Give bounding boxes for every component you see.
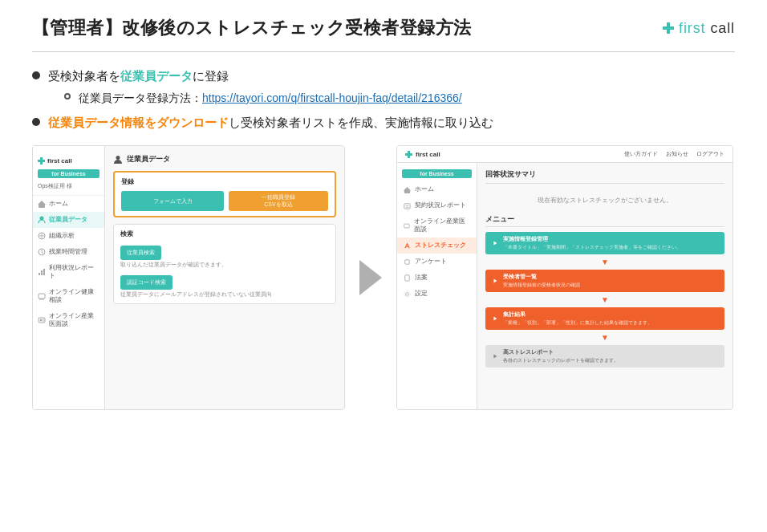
sidebar-nav-employees[interactable]: 従業員データ	[33, 212, 104, 228]
sidebar-nav-doctor[interactable]: オンライン産業医面談	[33, 308, 104, 332]
menu-item-high-stress[interactable]: 高ストレスレポート 各自のストレスチェックのレポートを確認できます。	[485, 345, 724, 368]
csv-import-btn[interactable]: 一括職員登録CSVを取込	[229, 191, 328, 211]
svg-marker-35	[493, 355, 497, 359]
sidebar-nav-online[interactable]: オンライン健康相談	[33, 284, 104, 308]
svg-marker-22	[404, 187, 411, 191]
svg-marker-1	[38, 201, 46, 205]
menu-item-results[interactable]: 集計結果 「業種」「役割」「部署」「性別」に集計した結果を確認できます。	[485, 307, 724, 330]
svg-marker-32	[493, 242, 497, 246]
svg-rect-26	[404, 224, 409, 228]
right-sidebar: for Business ホーム 契約状況レポート オンライン産業医面談	[397, 163, 477, 409]
right-nav-settings[interactable]: 設定	[397, 286, 477, 302]
topbar-guide[interactable]: 使い方ガイド	[624, 150, 658, 158]
right-logo-plus	[405, 151, 412, 158]
right-arrow	[359, 260, 382, 295]
sidebar-nav-usage-label: 利用状況レポート	[49, 264, 99, 280]
right-nav-law[interactable]: 法案	[397, 270, 477, 286]
sidebar-nav-employees-label: 従業員データ	[49, 216, 87, 224]
screenshots-row: first call for Business Ops検証用 様 ホーム 従業員…	[32, 145, 735, 410]
menu-item-2-content: 受検者管一覧 実施情報登録前の受検者状況の確認	[503, 273, 718, 289]
left-section-title: 従業員データ	[113, 154, 336, 164]
sidebar-nav-org-label: 組織示析	[49, 232, 75, 240]
svg-marker-33	[493, 279, 497, 283]
left-screen: first call for Business Ops検証用 様 ホーム 従業員…	[32, 145, 345, 410]
menu-item-2-desc: 実施情報登録前の受検者状況の確認	[503, 282, 718, 289]
svg-rect-12	[39, 294, 45, 298]
bullet-text-1: 受検対象者を従業員データに登録 従業員データ登録方法：https://tayor…	[48, 67, 462, 107]
bullet-dot-1	[32, 71, 40, 79]
right-logo-text: first call	[416, 151, 440, 158]
sidebar-nav-overtime-label: 残業時間管理	[49, 248, 87, 256]
left-screen-inner: first call for Business Ops検証用 様 ホーム 従業員…	[33, 146, 344, 409]
down-arrow-1: ▼	[485, 258, 724, 266]
left-main: 従業員データ 登録 フォームで入力 一括職員登録CSVを取込	[105, 146, 344, 409]
sidebar-nav-online-label: オンライン健康相談	[49, 288, 99, 304]
sidebar-nav-overtime[interactable]: 残業時間管理	[33, 244, 104, 260]
summary-title: 回答状況サマリ	[485, 169, 724, 184]
menu-item-1-label: 実施情報登録管理	[503, 235, 718, 243]
right-topbar-nav: 使い方ガイド お知らせ ログアウト	[624, 150, 724, 158]
menu-item-3-label: 集計結果	[503, 311, 718, 319]
svg-rect-10	[41, 270, 43, 275]
bullet-item-1: 受検対象者を従業員データに登録 従業員データ登録方法：https://tayor…	[32, 67, 735, 107]
auth-code-search-desc: 従業員データにメールアドレスが登録されていない従業員向	[120, 291, 329, 298]
left-sidebar: first call for Business Ops検証用 様 ホーム 従業員…	[33, 146, 105, 409]
header: 【管理者】改修後のストレスチェック受検者登録方法 first call	[32, 16, 735, 40]
svg-line-8	[42, 252, 43, 254]
sidebar-plus-icon	[38, 157, 45, 164]
logo-text: first call	[679, 20, 735, 37]
menu-item-3-content: 集計結果 「業種」「役割」「部署」「性別」に集計した結果を確認できます。	[503, 311, 718, 327]
right-screen: first call 使い方ガイド お知らせ ログアウト for Busines…	[396, 145, 733, 410]
auth-code-search-row: 認証コード検索 従業員データにメールアドレスが登録されていない従業員向	[120, 273, 329, 298]
right-main: 回答状況サマリ 現在有効なストレスチェックがございません。 メニュー 実施情報登…	[477, 163, 733, 409]
svg-rect-23	[404, 204, 410, 209]
employee-search-desc: 取り込んだ従業員データが確認できます。	[120, 262, 329, 269]
menu-item-implementation[interactable]: 実施情報登録管理 「本番タイトル」「実施期間」「ストレスチェック実施者」等をご確…	[485, 232, 724, 254]
right-screen-inner: first call 使い方ガイド お知らせ ログアウト for Busines…	[397, 146, 733, 409]
sidebar-nav-usage[interactable]: 利用状況レポート	[33, 260, 104, 284]
menu-item-4-content: 高ストレスレポート 各自のストレスチェックのレポートを確認できます。	[503, 348, 718, 364]
menu-item-examinees[interactable]: 受検者管一覧 実施情報登録前の受検者状況の確認	[485, 270, 724, 292]
right-nav-stress[interactable]: ストレスチェック	[397, 238, 477, 254]
logo-area: first call	[663, 20, 735, 37]
menu-items-col: 実施情報登録管理 「本番タイトル」「実施期間」「ストレスチェック実施者」等をご確…	[485, 232, 724, 368]
right-for-business-badge: for Business	[402, 169, 472, 178]
for-business-badge: for Business	[38, 169, 99, 178]
right-nav-doctor[interactable]: オンライン産業医面談	[397, 213, 477, 238]
right-nav-home[interactable]: ホーム	[397, 181, 477, 197]
menu-item-4-desc: 各自のストレスチェックのレポートを確認できます。	[503, 357, 718, 364]
menu-item-2-label: 受検者管一覧	[503, 273, 718, 281]
search-card: 検索 従業員検索 取り込んだ従業員データが確認できます。 認証コード検索 従業員…	[113, 224, 336, 304]
down-arrow-2: ▼	[485, 295, 724, 304]
registration-card: 登録 フォームで入力 一括職員登録CSVを取込	[113, 171, 336, 217]
sidebar-nav-org[interactable]: 組織示析	[33, 228, 104, 244]
menu-item-3-desc: 「業種」「役割」「部署」「性別」に集計した結果を確認できます。	[503, 319, 718, 327]
plus-icon	[663, 22, 674, 34]
arrow-area	[359, 260, 382, 295]
sidebar-nav-home[interactable]: ホーム	[33, 196, 104, 212]
svg-point-20	[116, 156, 120, 160]
right-nav-report[interactable]: 契約状況レポート	[397, 197, 477, 213]
employee-search-btn[interactable]: 従業員検索	[120, 246, 161, 260]
topbar-notice[interactable]: お知らせ	[666, 150, 688, 158]
divider	[32, 51, 735, 52]
right-topbar: first call 使い方ガイド お知らせ ログアウト	[397, 146, 733, 163]
bullet-text-2: 従業員データ情報をダウンロードし受検対象者リストを作成、実施情報に取り込む	[48, 113, 493, 132]
page-title: 【管理者】改修後のストレスチェック受検者登録方法	[32, 16, 472, 40]
sub-list: 従業員データ登録方法：https://tayori.com/q/firstcal…	[64, 89, 462, 107]
right-body: for Business ホーム 契約状況レポート オンライン産業医面談	[397, 163, 733, 409]
employee-search-row: 従業員検索 取り込んだ従業員データが確認できます。	[120, 243, 329, 269]
menu-item-1-desc: 「本番タイトル」「実施期間」「ストレスチェック実施者」等をご確認ください。	[503, 244, 718, 251]
sidebar-logo: first call	[33, 152, 104, 168]
topbar-logout[interactable]: ログアウト	[696, 150, 724, 158]
right-nav-survey[interactable]: アンケート	[397, 254, 477, 270]
svg-rect-29	[405, 275, 409, 281]
auth-code-search-btn[interactable]: 認証コード検索	[120, 275, 172, 290]
svg-rect-9	[39, 273, 40, 275]
form-input-btn[interactable]: フォームで入力	[121, 191, 224, 211]
search-btn-row: 従業員検索 取り込んだ従業員データが確認できます。 認証コード検索 従業員データ…	[120, 243, 329, 298]
faq-link[interactable]: https://tayori.com/q/firstcall-houjin-fa…	[202, 91, 462, 104]
svg-point-31	[404, 291, 410, 297]
summary-empty: 現在有効なストレスチェックがございません。	[485, 189, 724, 214]
svg-rect-11	[43, 269, 45, 275]
